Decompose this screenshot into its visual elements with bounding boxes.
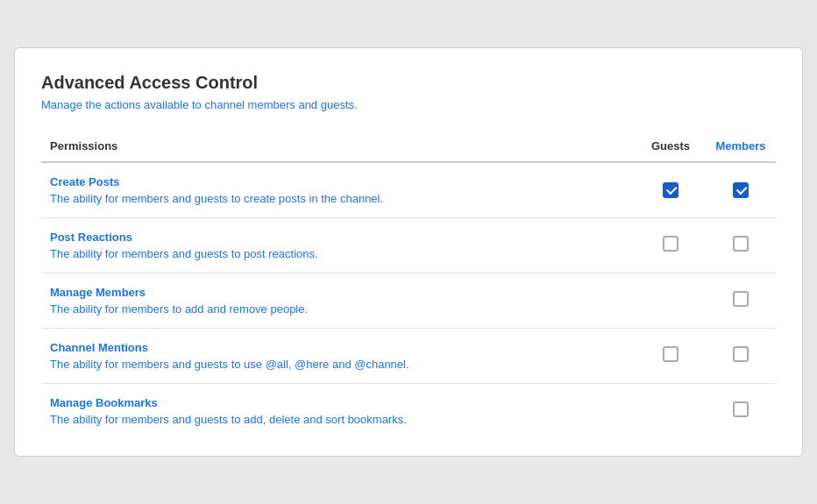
member-checkbox-box-channel-mentions[interactable]	[733, 346, 749, 362]
permission-name: Channel Mentions	[50, 341, 627, 354]
permission-description: The ability for members and guests to ad…	[50, 413, 627, 426]
permission-description: The ability for members and guests to us…	[50, 358, 627, 371]
member-checkbox-box-create-posts[interactable]	[733, 182, 749, 198]
permission-name: Manage Bookmarks	[50, 396, 627, 409]
table-row: Create PostsThe ability for members and …	[41, 162, 776, 218]
permission-name: Create Posts	[50, 175, 627, 188]
page-subtitle: Manage the actions available to channel …	[41, 98, 776, 111]
permission-description: The ability for members and guests to cr…	[50, 192, 627, 205]
guest-checkbox-cell	[636, 329, 706, 384]
table-row: Manage BookmarksThe ability for members …	[41, 384, 776, 439]
guest-checkbox-create-posts[interactable]	[663, 182, 678, 198]
member-checkbox-cell	[706, 218, 776, 273]
member-checkbox-manage-members[interactable]	[733, 291, 749, 307]
guest-checkbox-cell	[636, 273, 706, 329]
page-title: Advanced Access Control	[41, 73, 776, 93]
member-checkbox-create-posts[interactable]	[733, 182, 749, 198]
member-checkbox-cell	[706, 162, 776, 218]
col-header-guests: Guests	[636, 132, 706, 162]
member-checkbox-manage-bookmarks[interactable]	[733, 401, 749, 417]
permissions-table: Permissions Guests Members Create PostsT…	[41, 132, 776, 438]
guest-checkbox-cell	[636, 384, 706, 439]
guest-checkbox-cell	[636, 218, 706, 273]
guest-checkbox-post-reactions[interactable]	[663, 236, 678, 252]
member-checkbox-post-reactions[interactable]	[733, 236, 749, 252]
permission-cell: Post ReactionsThe ability for members an…	[41, 218, 636, 273]
guest-checkbox-box-channel-mentions[interactable]	[663, 346, 678, 362]
guest-checkbox-box-create-posts[interactable]	[663, 182, 678, 198]
advanced-access-control-card: Advanced Access Control Manage the actio…	[14, 47, 803, 457]
member-checkbox-channel-mentions[interactable]	[733, 346, 749, 362]
permission-cell: Create PostsThe ability for members and …	[41, 162, 636, 218]
table-row: Manage MembersThe ability for members to…	[41, 273, 776, 329]
permission-cell: Channel MentionsThe ability for members …	[41, 329, 636, 384]
permission-description: The ability for members and guests to po…	[50, 247, 627, 260]
permission-description: The ability for members to add and remov…	[50, 302, 627, 316]
permission-cell: Manage BookmarksThe ability for members …	[41, 384, 636, 439]
member-checkbox-cell	[706, 384, 776, 439]
member-checkbox-box-manage-bookmarks[interactable]	[733, 401, 749, 417]
member-checkbox-box-post-reactions[interactable]	[733, 236, 749, 252]
member-checkbox-box-manage-members[interactable]	[733, 291, 749, 307]
permission-name: Manage Members	[50, 286, 627, 299]
col-header-permissions: Permissions	[41, 132, 636, 162]
permission-name: Post Reactions	[50, 231, 627, 244]
permission-cell: Manage MembersThe ability for members to…	[41, 273, 636, 329]
member-checkbox-cell	[706, 329, 776, 384]
guest-checkbox-channel-mentions[interactable]	[663, 346, 678, 362]
table-row: Channel MentionsThe ability for members …	[41, 329, 776, 384]
guest-checkbox-box-post-reactions[interactable]	[663, 236, 678, 252]
guest-checkbox-cell	[636, 162, 706, 218]
member-checkbox-cell	[706, 273, 776, 329]
table-row: Post ReactionsThe ability for members an…	[41, 218, 776, 273]
col-header-members: Members	[706, 132, 776, 162]
